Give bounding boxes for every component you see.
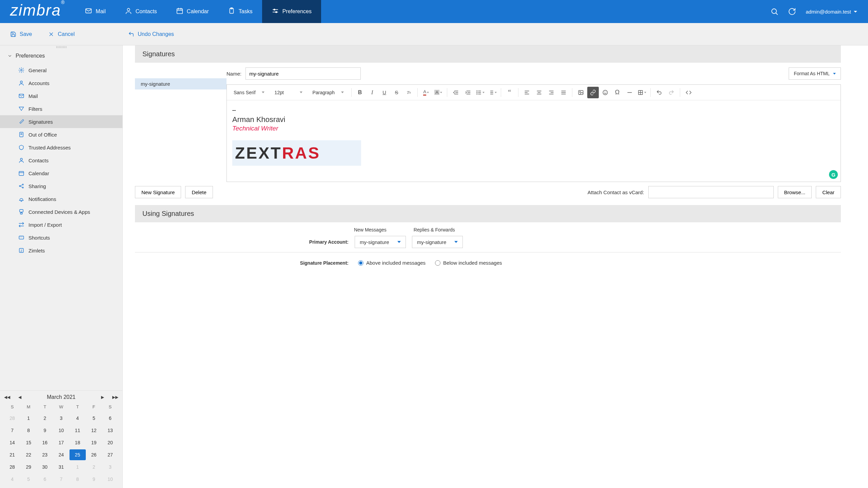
cal-day[interactable]: 13 <box>102 425 118 436</box>
number-list-icon[interactable] <box>487 87 498 98</box>
sidebar-item-notifications[interactable]: Notifications <box>0 192 122 205</box>
cal-day[interactable]: 30 <box>37 462 53 472</box>
sidebar-item-import-export[interactable]: Import / Export <box>0 218 122 231</box>
sidebar-item-sharing[interactable]: Sharing <box>0 180 122 192</box>
tab-mail[interactable]: Mail <box>75 0 115 23</box>
cal-day[interactable]: 8 <box>70 474 86 485</box>
text-color-icon[interactable]: A <box>420 87 432 98</box>
vcard-input[interactable] <box>648 186 774 198</box>
clear-format-icon[interactable]: Tx <box>403 87 415 98</box>
cal-prev-year-icon[interactable]: ◀◀ <box>4 395 10 400</box>
sidebar-item-trusted-addresses[interactable]: Trusted Addresses <box>0 141 122 154</box>
search-icon[interactable] <box>770 7 778 16</box>
cal-day[interactable]: 19 <box>86 437 102 448</box>
font-size-select[interactable]: 12pt <box>270 85 307 100</box>
cal-day[interactable]: 6 <box>102 413 118 424</box>
cal-prev-month-icon[interactable]: ◀ <box>18 395 21 400</box>
highlight-color-icon[interactable]: A <box>433 87 444 98</box>
special-char-icon[interactable]: Ω <box>612 87 623 98</box>
cal-day[interactable]: 7 <box>4 425 20 436</box>
delete-signature-button[interactable]: Delete <box>185 186 213 198</box>
align-right-icon[interactable] <box>546 87 557 98</box>
cal-day[interactable]: 6 <box>37 474 53 485</box>
sidebar-item-mail[interactable]: Mail <box>0 89 122 102</box>
cal-day[interactable]: 24 <box>53 449 69 460</box>
emoji-icon[interactable] <box>599 87 611 98</box>
horizontal-rule-icon[interactable] <box>624 87 635 98</box>
link-icon[interactable] <box>587 87 599 98</box>
bold-icon[interactable]: B <box>354 87 366 98</box>
undo-icon[interactable] <box>653 87 665 98</box>
cal-day[interactable]: 7 <box>53 474 69 485</box>
cal-day[interactable]: 9 <box>37 425 53 436</box>
sidebar-item-zimlets[interactable]: ZZimlets <box>0 244 122 257</box>
cal-day[interactable]: 14 <box>4 437 20 448</box>
cal-day[interactable]: 20 <box>102 437 118 448</box>
cal-day[interactable]: 4 <box>70 413 86 424</box>
cal-day[interactable]: 9 <box>86 474 102 485</box>
clear-button[interactable]: Clear <box>816 186 841 198</box>
reply-signature-select[interactable]: my-signature <box>412 236 463 248</box>
sidebar-item-general[interactable]: General <box>0 64 122 77</box>
redo-icon[interactable] <box>666 87 677 98</box>
cal-day[interactable]: 27 <box>102 449 118 460</box>
cal-day[interactable]: 8 <box>20 425 37 436</box>
refresh-icon[interactable] <box>788 7 796 16</box>
cal-day[interactable]: 3 <box>53 413 69 424</box>
tab-preferences[interactable]: Preferences <box>262 0 321 23</box>
new-signature-button[interactable]: New Signature <box>135 186 181 198</box>
placement-above-radio[interactable]: Above included messages <box>358 260 426 266</box>
sidebar-item-accounts[interactable]: Accounts <box>0 77 122 89</box>
cal-day[interactable]: 10 <box>102 474 118 485</box>
strikethrough-icon[interactable]: S <box>391 87 402 98</box>
cal-day[interactable]: 5 <box>20 474 37 485</box>
cal-day[interactable]: 26 <box>86 449 102 460</box>
cal-day[interactable]: 5 <box>86 413 102 424</box>
cal-day[interactable]: 11 <box>70 425 86 436</box>
paragraph-select[interactable]: Paragraph <box>308 85 349 100</box>
cal-day[interactable]: 28 <box>4 462 20 472</box>
cal-day[interactable]: 18 <box>70 437 86 448</box>
tab-contacts[interactable]: Contacts <box>115 0 166 23</box>
placement-below-radio[interactable]: Below included messages <box>435 260 502 266</box>
sidebar-item-signatures[interactable]: Signatures <box>0 115 122 128</box>
indent-increase-icon[interactable] <box>462 87 474 98</box>
cal-day[interactable]: 29 <box>20 462 37 472</box>
cal-day[interactable]: 1 <box>20 413 37 424</box>
editor-content[interactable]: -- Arman Khosravi Technical Writer ZEXTR… <box>227 100 841 182</box>
cal-day[interactable]: 31 <box>53 462 69 472</box>
align-center-icon[interactable] <box>533 87 545 98</box>
cal-day[interactable]: 4 <box>4 474 20 485</box>
cal-day[interactable]: 1 <box>70 462 86 472</box>
grammarly-icon[interactable]: G <box>829 170 838 179</box>
cal-day[interactable]: 22 <box>20 449 37 460</box>
cal-day[interactable]: 15 <box>20 437 37 448</box>
browse-button[interactable]: Browse... <box>778 186 812 198</box>
tab-calendar[interactable]: Calendar <box>166 0 218 23</box>
align-left-icon[interactable] <box>521 87 533 98</box>
sidebar-item-contacts[interactable]: Contacts <box>0 154 122 167</box>
cal-day[interactable]: 16 <box>37 437 53 448</box>
image-icon[interactable] <box>575 87 587 98</box>
sidebar-item-filters[interactable]: Filters <box>0 102 122 115</box>
cal-day[interactable]: 2 <box>37 413 53 424</box>
cal-day[interactable]: 25 <box>70 449 86 460</box>
cal-next-month-icon[interactable]: ▶ <box>101 395 104 400</box>
cal-day[interactable]: 3 <box>102 462 118 472</box>
code-view-icon[interactable] <box>683 87 694 98</box>
user-menu[interactable]: admin@domain.test <box>806 9 857 15</box>
cal-day[interactable]: 21 <box>4 449 20 460</box>
signature-name-input[interactable] <box>245 67 361 80</box>
undo-changes-button[interactable]: Undo Changes <box>128 31 174 37</box>
underline-icon[interactable]: U <box>379 87 390 98</box>
cal-day[interactable]: 28 <box>4 413 20 424</box>
cal-day[interactable]: 10 <box>53 425 69 436</box>
sidebar-item-calendar[interactable]: Calendar <box>0 167 122 180</box>
tab-tasks[interactable]: Tasks <box>218 0 262 23</box>
table-icon[interactable] <box>636 87 648 98</box>
signature-list-item[interactable]: my-signature <box>135 78 226 89</box>
blockquote-icon[interactable]: “ <box>504 87 515 98</box>
format-select[interactable]: Format As HTML <box>789 67 841 80</box>
cal-day[interactable]: 2 <box>86 462 102 472</box>
cal-day[interactable]: 23 <box>37 449 53 460</box>
